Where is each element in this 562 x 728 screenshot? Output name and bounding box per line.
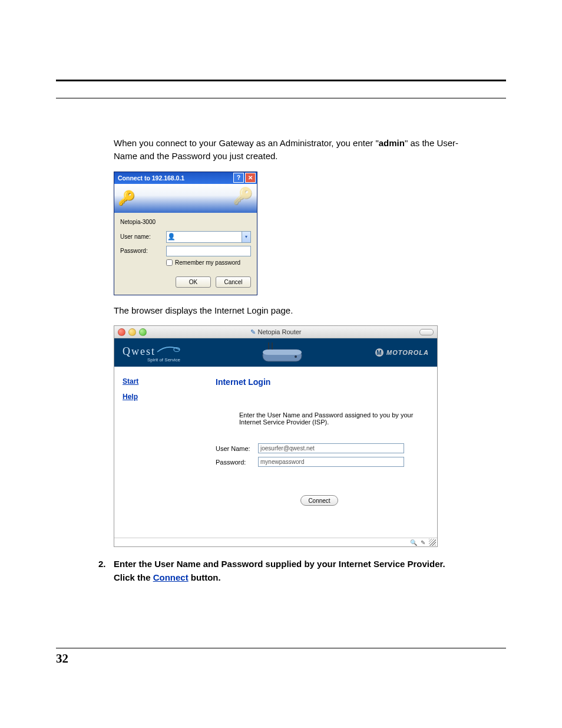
user-icon: 👤 (167, 233, 176, 241)
qwest-logo: Qwest Spirit of Service (114, 342, 189, 364)
isp-username-field[interactable] (258, 443, 404, 453)
mid-paragraph: The browser displays the Internet Login … (114, 304, 467, 317)
content-column: When you connect to your Gateway as an A… (56, 98, 467, 584)
step-number: 2. (98, 558, 114, 584)
isp-username-label: User Name: (216, 445, 258, 452)
help-button[interactable]: ? (233, 173, 244, 183)
connect-link-text: Connect (153, 572, 189, 582)
pen-icon: ✎ (421, 539, 425, 546)
password-label: Password: (120, 248, 166, 254)
username-label: User name: (120, 233, 166, 240)
window-title: ✎ Netopia Router (250, 328, 302, 336)
pencil-icon: ✎ (250, 328, 256, 336)
traffic-zoom-icon[interactable] (139, 328, 147, 336)
keys-watermark-icon: 🔑 (233, 186, 253, 206)
internet-login-heading: Internet Login (216, 377, 423, 387)
toolbar-pill-icon[interactable] (419, 329, 434, 335)
bottom-rule (56, 648, 506, 648)
ok-button[interactable]: OK (176, 276, 211, 288)
mac-titlebar[interactable]: ✎ Netopia Router (114, 326, 437, 338)
svg-point-5 (295, 355, 297, 358)
mac-browser-window: ✎ Netopia Router Qwest Spirit of Service (114, 325, 438, 547)
resize-handle-icon[interactable] (429, 539, 436, 546)
qwest-swish-icon (157, 346, 180, 354)
connect-button[interactable]: Connect (300, 495, 338, 506)
page-number: 32 (56, 651, 68, 666)
xp-banner: 🔑 🔑 (114, 184, 257, 213)
xp-title-text: Connect to 192.168.0.1 (118, 174, 184, 182)
router-image (189, 341, 375, 364)
auth-realm: Netopia-3000 (120, 219, 251, 225)
password-field[interactable] (166, 246, 251, 256)
mac-statusbar: 🔍 ✎ (114, 538, 437, 546)
manual-page: When you connect to your Gateway as an A… (0, 0, 562, 728)
cancel-button[interactable]: Cancel (216, 276, 251, 288)
motorola-m-icon: M (375, 348, 384, 357)
xp-auth-dialog: Connect to 192.168.0.1 ? ✕ 🔑 🔑 Netopia-3… (114, 172, 257, 295)
traffic-close-icon[interactable] (118, 328, 125, 336)
chevron-down-icon[interactable]: ▾ (242, 232, 250, 242)
search-icon: 🔍 (410, 539, 417, 546)
sidebar-start-link[interactable]: Start (123, 377, 216, 386)
intro-paragraph: When you connect to your Gateway as an A… (114, 137, 467, 163)
step-2: 2. Enter the User Name and Password supp… (98, 558, 467, 584)
sidebar: Start Help (114, 367, 216, 538)
router-icon (256, 341, 309, 364)
motorola-logo: M MOTOROLA (375, 348, 437, 357)
isp-password-field[interactable] (258, 457, 404, 467)
isp-password-label: Password: (216, 459, 258, 466)
remember-label: Remember my password (175, 259, 240, 266)
isp-instructions: Enter the User Name and Password assigne… (216, 411, 423, 426)
remember-row: Remember my password (120, 259, 251, 266)
sidebar-help-link[interactable]: Help (123, 393, 216, 401)
remember-checkbox[interactable] (166, 259, 173, 266)
keys-icon: 🔑 (118, 191, 135, 205)
svg-rect-2 (263, 350, 302, 355)
xp-titlebar[interactable]: Connect to 192.168.0.1 ? ✕ (114, 172, 257, 184)
main-panel: Internet Login Enter the User Name and P… (216, 367, 437, 538)
footer (56, 648, 506, 648)
close-button[interactable]: ✕ (245, 173, 256, 183)
username-combo[interactable]: 👤 ▾ (166, 231, 251, 243)
traffic-minimize-icon[interactable] (128, 328, 136, 336)
router-header: Qwest Spirit of Service (114, 338, 437, 367)
